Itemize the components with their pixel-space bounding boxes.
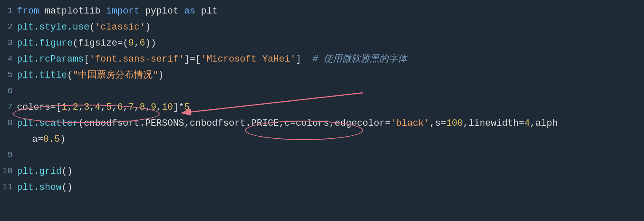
alias-plt: plt — [196, 6, 218, 16]
line-content-10: plt.grid() — [15, 164, 644, 179]
str-yahe: 'Microsoft YaHei' — [201, 54, 296, 65]
code-line-2: 2 plt.style.use('classic') — [0, 19, 644, 35]
param-edgecolor: edgecolor — [335, 118, 385, 129]
line-num-7: 7 — [0, 100, 15, 115]
code-line-7: 7 colors=[1,2,3,4,5,6,7,8,9,10]*5 — [0, 100, 644, 116]
fn-scatter: plt.scatter — [17, 118, 78, 129]
fn-style-use: plt.style.use — [17, 22, 90, 32]
code-line-4: 4 plt.rcParams['font.sans-serif']=['Micr… — [0, 51, 644, 67]
param-s: s — [435, 118, 440, 129]
line-content-11: plt.show() — [15, 180, 644, 195]
str-title-cn: "中国票房分布情况" — [73, 70, 158, 81]
code-line-10: 10 plt.grid() — [0, 164, 644, 180]
fn-grid: plt.grid — [17, 166, 62, 177]
var-persons: cnbodfsort.PERSONS — [84, 118, 184, 129]
line-num-11: 11 — [0, 180, 15, 195]
code-line-6: 6 — [0, 84, 644, 100]
keyword-from: from — [17, 6, 39, 16]
mod-matplotlib: matplotlib — [39, 6, 106, 16]
line-content-8: plt.scatter(cnbodfsort.PERSONS,cnbodfsor… — [15, 116, 644, 131]
code-line-1: 1 from matplotlib import pyplot as plt — [0, 3, 644, 19]
param-alpha-cont: a — [32, 134, 38, 145]
line-content-1: from matplotlib import pyplot as plt — [15, 3, 644, 19]
line-num-10: 10 — [0, 164, 15, 179]
line-num-6: 6 — [0, 84, 15, 99]
line-num-3: 3 — [0, 35, 15, 51]
fn-title: plt.title — [17, 70, 67, 81]
var-price: cnbodfsort.PRICE — [190, 118, 279, 129]
code-editor: 1 from matplotlib import pyplot as plt 2… — [0, 0, 644, 199]
line-content-2: plt.style.use('classic') — [15, 19, 644, 35]
fn-show: plt.show — [17, 182, 62, 193]
code-line-8-cont: a=0.5) — [0, 132, 644, 148]
str-classic: 'classic' — [95, 22, 145, 32]
fn-figure: plt.figure — [17, 38, 73, 49]
param-c: c — [285, 118, 290, 129]
code-line-5: 5 plt.title("中国票房分布情况") — [0, 67, 644, 84]
str-black: 'black' — [391, 118, 429, 129]
line-num-2: 2 — [0, 19, 15, 35]
var-colors-ref: colors — [296, 118, 329, 129]
line-num-9: 9 — [0, 148, 15, 163]
code-line-9: 9 — [0, 148, 644, 164]
line-content-5: plt.title("中国票房分布情况") — [15, 67, 644, 83]
line-content-9 — [15, 148, 644, 163]
fn-rcparams: plt.rcParams — [17, 54, 84, 65]
line-num-1: 1 — [0, 3, 15, 19]
keyword-import: import — [106, 6, 139, 16]
line-num-8: 8 — [0, 116, 15, 131]
line-content-4: plt.rcParams['font.sans-serif']=['Micros… — [15, 51, 644, 67]
var-colors: colors — [17, 102, 50, 113]
line-content-7: colors=[1,2,3,4,5,6,7,8,9,10]*5 — [15, 100, 644, 115]
line-num-5: 5 — [0, 67, 15, 83]
code-line-3: 3 plt.figure(figsize=(9,6)) — [0, 35, 644, 51]
line-content-3: plt.figure(figsize=(9,6)) — [15, 35, 644, 51]
code-line-8: 8 plt.scatter(cnbodfsort.PERSONS,cnbodfs… — [0, 116, 644, 132]
code-line-11: 11 plt.show() — [0, 180, 644, 196]
line-num-4: 4 — [0, 51, 15, 67]
line-content-8-cont: a=0.5) — [15, 132, 644, 147]
keyword-as: as — [184, 6, 195, 16]
comment-font: # 使用微软雅黑的字体 — [312, 54, 407, 65]
param-figsize: figsize — [78, 38, 117, 49]
str-font-sans: 'font.sans-serif' — [90, 54, 184, 65]
mod-pyplot: pyplot — [139, 6, 184, 16]
param-alpha-partial: alph — [535, 118, 558, 129]
line-content-6 — [15, 84, 644, 99]
param-linewidth: linewidth — [468, 118, 519, 129]
